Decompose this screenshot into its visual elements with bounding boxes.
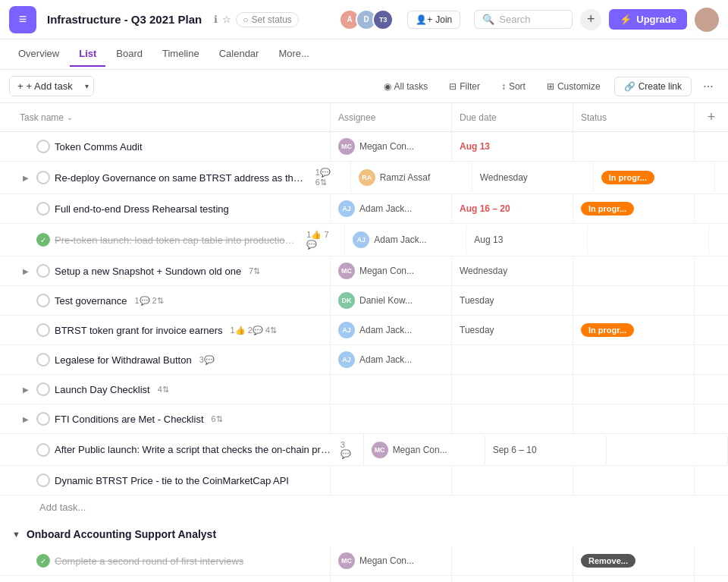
task-name-sort-icon: ⌄	[67, 113, 73, 121]
task-meta: 1👍 7💬	[306, 230, 337, 250]
task-checkbox[interactable]	[36, 554, 50, 568]
expand-button[interactable]	[20, 140, 32, 153]
funnel-icon: ⊟	[449, 81, 457, 92]
all-tasks-button[interactable]: ◉ All tasks	[376, 77, 436, 96]
set-status-btn[interactable]: ○ Set status	[236, 12, 299, 27]
filter-button[interactable]: ⊟ Filter	[441, 77, 488, 96]
title-icons: ℹ ☆ ○ Set status	[214, 12, 299, 27]
table-row: Legalese for Withdrawal Button3💬AJAdam J…	[0, 345, 728, 375]
customize-button[interactable]: ⊞ Customize	[539, 77, 608, 96]
project-title: Infrastructure - Q3 2021 Plan	[47, 13, 202, 26]
task-checkbox[interactable]	[36, 382, 50, 396]
subnav-list[interactable]: List	[70, 42, 105, 67]
col-assignee: Assignee	[331, 103, 452, 131]
table-row: ▶FTI Conditions are Met - Checklist6⇅	[0, 404, 728, 434]
assignee-avatar: AJ	[338, 200, 355, 217]
tasks-group-1: Token Comms AuditMCMegan Con...Aug 13▶Re…	[0, 132, 728, 495]
add-task-btn-group: + + Add task ▾	[9, 76, 94, 96]
expand-button[interactable]	[20, 474, 32, 486]
expand-button[interactable]: ▶	[20, 265, 32, 277]
lightning-icon: ⚡	[620, 14, 632, 25]
col-status: Status	[573, 103, 695, 131]
task-checkbox[interactable]	[36, 412, 50, 426]
menu-icon: ≡	[19, 11, 27, 27]
subnav-calendar[interactable]: Calendar	[210, 42, 268, 67]
expand-button[interactable]	[20, 354, 32, 366]
expand-button[interactable]	[20, 234, 32, 246]
task-checkbox[interactable]	[36, 140, 50, 153]
task-checkbox[interactable]	[36, 202, 50, 215]
assignee-avatar: RA	[359, 169, 375, 186]
circle-icon: ○	[243, 14, 248, 25]
team-avatars: A D T3	[344, 9, 394, 30]
task-checkbox[interactable]	[36, 233, 50, 247]
expand-button[interactable]: ▶	[20, 413, 32, 425]
task-name-text: Test governance	[55, 295, 127, 307]
table-row: Dynamic BTRST Price - tie to the CoinMar…	[0, 466, 728, 495]
toolbar: + + Add task ▾ ◉ All tasks ⊟ Filter ↕ So…	[0, 70, 728, 103]
task-checkbox[interactable]	[36, 171, 50, 184]
expand-button[interactable]: ▶	[20, 171, 32, 184]
due-date: Tuesday	[460, 295, 494, 306]
user-avatar[interactable]	[695, 8, 719, 32]
status-badge: Remove...	[581, 554, 635, 568]
task-checkbox[interactable]	[36, 323, 50, 337]
more-options-button[interactable]: ···	[698, 76, 719, 97]
task-checkbox[interactable]	[36, 294, 50, 307]
add-button[interactable]: +	[580, 9, 601, 30]
table-row: Pre-token launch: load token cap table i…	[0, 224, 728, 256]
top-bar: ≡ Infrastructure - Q3 2021 Plan ℹ ☆ ○ Se…	[0, 0, 728, 39]
task-name-text: FTI Conditions are Met - Checklist	[55, 414, 204, 425]
assignee-avatar: AJ	[338, 322, 355, 338]
col-task-name: Task name ⌄	[12, 103, 331, 131]
expand-button[interactable]: ▶	[20, 383, 32, 395]
upgrade-button[interactable]: ⚡ Upgrade	[609, 9, 687, 30]
expand-button[interactable]	[20, 324, 32, 336]
task-name-text: Setup a new Snapshot + Sundown old one	[55, 266, 241, 277]
join-button[interactable]: 👤+ Join	[407, 11, 460, 29]
due-date: Tuesday	[460, 325, 494, 335]
table-row: After Public launch: Write a script that…	[0, 434, 728, 466]
task-checkbox[interactable]	[36, 443, 50, 457]
subnav-timeline[interactable]: Timeline	[153, 42, 209, 67]
search-box[interactable]: 🔍 Search	[474, 10, 573, 29]
star-icon[interactable]: ☆	[222, 14, 231, 25]
hamburger-menu[interactable]: ≡	[9, 6, 36, 33]
expand-button[interactable]	[20, 203, 32, 215]
task-name-text: Complete a second round of first intervi…	[55, 555, 243, 567]
assignee-avatar: AJ	[338, 351, 355, 368]
group-2-expand-icon[interactable]: ▼	[12, 530, 20, 539]
expand-button[interactable]	[20, 555, 32, 567]
task-checkbox[interactable]	[36, 353, 50, 367]
subnav-overview[interactable]: Overview	[9, 42, 68, 67]
expand-button[interactable]	[20, 444, 32, 456]
add-task-dropdown-button[interactable]: ▾	[80, 78, 93, 94]
subnav-more[interactable]: More...	[269, 42, 318, 67]
status-badge: In progr...	[581, 202, 634, 215]
expand-button[interactable]	[20, 294, 32, 307]
assignee-name: Adam Jack...	[374, 234, 426, 245]
create-link-button[interactable]: 🔗 Create link	[614, 77, 692, 96]
due-date: Aug 13	[460, 141, 490, 152]
table-row: Review Test Projects from first round of…	[0, 576, 728, 582]
task-checkbox[interactable]	[36, 264, 50, 278]
table-row: Token Comms AuditMCMegan Con...Aug 13	[0, 132, 728, 162]
task-checkbox[interactable]	[36, 473, 50, 487]
table-row: ▶Re-deploy Governance on same BTRST addr…	[0, 162, 728, 194]
assignee-avatar: MC	[338, 552, 355, 569]
avatar-3[interactable]: T3	[372, 9, 394, 30]
subnav-board[interactable]: Board	[107, 42, 152, 67]
assignee-name: Adam Jack...	[359, 203, 412, 214]
search-icon: 🔍	[482, 14, 494, 25]
info-icon[interactable]: ℹ	[214, 14, 218, 25]
customize-icon: ⊞	[547, 81, 554, 92]
sort-button[interactable]: ↕ Sort	[494, 77, 533, 96]
link-icon: 🔗	[624, 81, 635, 92]
task-name-text: Re-deploy Governance on same BTRST addre…	[55, 172, 308, 184]
table-row: Full end-to-end Dress Rehearsal testingA…	[0, 194, 728, 224]
assignee-name: Daniel Kow...	[359, 295, 413, 306]
add-task-main-button[interactable]: + + Add task	[10, 77, 80, 96]
col-add[interactable]: +	[695, 103, 728, 131]
add-task-inline[interactable]: Add task...	[0, 495, 728, 519]
task-name-text: Dynamic BTRST Price - tie to the CoinMar…	[55, 475, 289, 486]
